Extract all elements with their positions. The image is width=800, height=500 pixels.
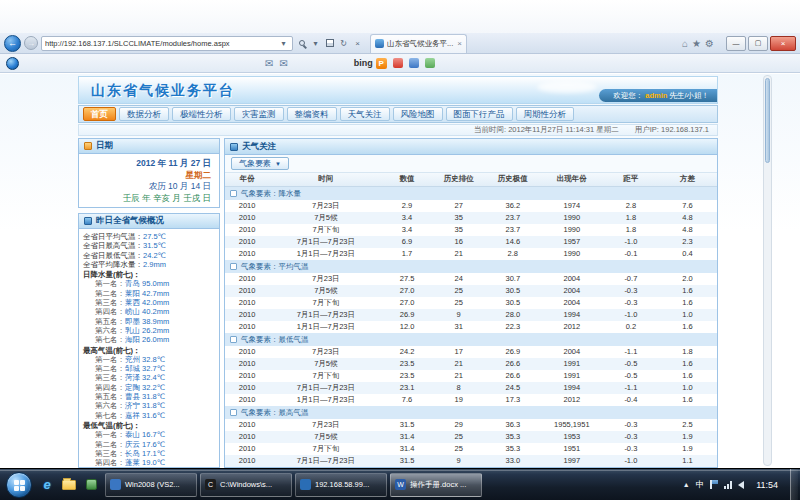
address-dropdown-icon[interactable]: ▾ [278,38,289,49]
nav-item-3[interactable]: 灾害监测 [234,107,284,121]
station-link[interactable]: 海阳 26.0mm [125,335,169,344]
station-link[interactable]: 长岛 17.1℃ [125,449,165,458]
group-toggle-icon[interactable] [230,409,237,416]
group-header-row[interactable]: 气象要素：最低气温 [225,333,717,346]
explorer-taskbar-icon[interactable] [58,473,80,497]
toolbar-logo-icon[interactable] [6,57,19,70]
table-cell: 2010 [225,212,269,224]
taskbar-window-button[interactable]: CC:\Windows\s... [200,473,292,497]
nav-item-1[interactable]: 数据分析 [119,107,169,121]
compatibility-view-icon[interactable] [324,38,335,49]
table-cell: 27.5 [382,273,431,285]
browser-tab[interactable]: 山东省气候业务平... × [370,34,467,53]
nav-item-2[interactable]: 极端性分析 [172,107,231,121]
close-button[interactable]: × [770,36,796,51]
station-link[interactable]: 蓬莱 19.0℃ [125,458,165,467]
nav-item-0[interactable]: 首页 [83,107,116,121]
table-cell: 1990 [540,248,604,260]
group-toggle-icon[interactable] [230,263,237,270]
back-button[interactable]: ← [4,35,21,52]
group-toggle-icon[interactable] [230,190,237,197]
station-link[interactable]: 庆云 17.6℃ [125,440,165,449]
station-link[interactable]: 崂山 40.2mm [125,307,169,316]
stop-button[interactable]: × [352,38,363,49]
volume-icon[interactable] [738,481,744,489]
bing-logo[interactable]: bing [354,58,373,68]
refresh-button[interactable]: ↻ [338,38,349,49]
table-cell: 29 [432,419,486,431]
weather-focus-panel: 天气关注 气象要素 ▼ 年份时间数值历史排位历史极值出现年份距平方差 [224,138,718,468]
action-center-flag-icon[interactable] [710,480,718,489]
group-header-row[interactable]: 气象要素：最高气温 [225,406,717,419]
group-toggle-icon[interactable] [230,336,237,343]
start-button[interactable] [6,472,32,498]
rank-item: 第二名：邹城 32.7℃ [83,364,217,373]
minimize-button[interactable]: — [726,36,746,51]
nav-item-4[interactable]: 整编资料 [287,107,337,121]
table-cell: 2004 [540,273,604,285]
bing-p-icon[interactable]: P [376,58,387,69]
station-link[interactable]: 乳山 26.2mm [125,326,169,335]
element-filter-button[interactable]: 气象要素 ▼ [231,157,289,170]
station-link[interactable]: 莱阳 42.7mm [125,289,169,298]
station-link[interactable]: 菏泽 32.4℃ [125,373,165,382]
browser-toolbar: ✉ ✉ bing P [0,54,800,73]
table-cell: 17.3 [486,394,540,406]
table-cell: 1月1日—7月23日 [269,248,382,260]
tab-close-icon[interactable]: × [457,39,462,48]
table-cell: 24 [432,273,486,285]
home-icon[interactable]: ⌂ [682,38,688,49]
calendar-icon [84,142,92,150]
nav-item-5[interactable]: 天气关注 [340,107,390,121]
address-bar[interactable]: http://192.168.137.1/SLCCLIMATE/modules/… [41,36,293,51]
station-link[interactable]: 泰山 16.7℃ [125,430,165,439]
favorites-star-icon[interactable]: ★ [692,38,701,49]
search-dropdown-icon[interactable]: ▾ [310,38,321,49]
table-cell: -1.1 [604,382,658,394]
station-link[interactable]: 济宁 31.8℃ [125,401,165,410]
stat-line: 全省日最低气温：24.2℃ [83,251,217,260]
network-icon[interactable] [724,481,732,489]
group-header-row[interactable]: 气象要素：降水量 [225,186,717,200]
forward-button[interactable]: → [24,36,38,50]
window-title: C:\Windows\s... [220,480,272,489]
search-icon[interactable] [296,38,307,49]
station-link[interactable]: 曹县 31.8℃ [125,392,165,401]
ime-indicator[interactable]: 中 [696,479,705,491]
station-link[interactable]: 嘉祥 31.6℃ [125,411,165,420]
station-link[interactable]: 兖州 32.8℃ [125,355,165,364]
station-link[interactable]: 邹城 32.7℃ [125,364,165,373]
nav-item-8[interactable]: 周期性分析 [516,107,575,121]
scrollbar-thumb[interactable] [765,78,770,163]
send-mail-icon[interactable]: ✉ [279,58,287,69]
taskbar-clock[interactable]: 11:54 [750,480,784,490]
vertical-scrollbar[interactable] [763,75,772,466]
toolbar-red-icon[interactable] [393,58,403,68]
taskbar-window-button[interactable]: 192.168.58.99... [295,473,387,497]
ie-taskbar-icon[interactable]: e [36,473,58,497]
station-link[interactable]: 莱西 42.0mm [125,298,169,307]
maximize-button[interactable]: ▢ [748,36,768,51]
app-taskbar-icon[interactable] [80,473,102,497]
chevron-down-icon: ▼ [275,161,281,167]
toolbar-blue-icon[interactable] [409,58,419,68]
station-link[interactable]: 青岛 95.0mm [125,279,169,288]
mail-icon[interactable]: ✉ [265,58,273,69]
table-row: 20107月1日—7月23日31.5933.01997-1.01.1 [225,455,717,467]
station-link[interactable]: 即墨 38.9mm [125,317,169,326]
table-cell [382,467,431,468]
column-header: 方差 [658,173,717,186]
taskbar-window-button[interactable]: W操作手册.docx ... [390,473,482,497]
nav-item-6[interactable]: 风险地图 [393,107,443,121]
tray-expand-icon[interactable]: ▲ [683,481,690,488]
stat-line: 全省日平均气温：27.5℃ [83,232,217,241]
table-row: 20101月1日—7月23日 [225,467,717,468]
url-text[interactable]: http://192.168.137.1/SLCCLIMATE/modules/… [45,39,276,48]
station-link[interactable]: 定陶 32.2℃ [125,383,165,392]
group-header-row[interactable]: 气象要素：平均气温 [225,260,717,273]
show-desktop-button[interactable] [790,469,798,500]
taskbar-window-button[interactable]: Win2008 (VS2... [105,473,197,497]
nav-item-7[interactable]: 图面下行产品 [446,107,513,121]
settings-gear-icon[interactable]: ⚙ [705,38,714,49]
toolbar-green-icon[interactable] [425,58,435,68]
